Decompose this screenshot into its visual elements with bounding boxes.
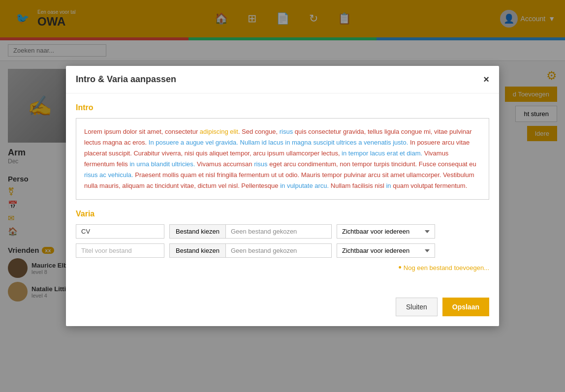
add-file-link[interactable]: • Nog een bestand toevoegen... bbox=[76, 263, 489, 273]
file-picker-2: Bestand kiezen Geen bestand gekozen bbox=[169, 243, 332, 258]
visibility-select-2[interactable]: Zichtbaar voor iedereen bbox=[337, 243, 435, 258]
varia-title-input-2[interactable] bbox=[76, 243, 164, 258]
varia-section: Varia Bestand kiezen Geen bestand gekoze… bbox=[76, 210, 489, 273]
varia-form-row-1: Bestand kiezen Geen bestand gekozen Zich… bbox=[76, 224, 489, 239]
varia-title-input-1[interactable] bbox=[76, 224, 164, 239]
file-choose-button-1[interactable]: Bestand kiezen bbox=[170, 225, 226, 238]
file-name-display-1: Geen bestand gekozen bbox=[226, 225, 331, 238]
close-modal-button[interactable]: Sluiten bbox=[396, 298, 438, 316]
add-file-bullet-icon: • bbox=[398, 263, 401, 273]
file-picker-1: Bestand kiezen Geen bestand gekozen bbox=[169, 224, 332, 239]
modal-dialog: Intro & Varia aanpassen × Intro Lorem ip… bbox=[66, 66, 499, 327]
varia-section-title: Varia bbox=[76, 210, 489, 218]
visibility-select-1[interactable]: Zichtbaar voor iedereen bbox=[337, 224, 435, 239]
save-modal-button[interactable]: Opslaan bbox=[442, 298, 489, 316]
file-name-display-2: Geen bestand gekozen bbox=[226, 244, 331, 257]
modal-overlay: Intro & Varia aanpassen × Intro Lorem ip… bbox=[0, 0, 565, 392]
modal-title: Intro & Varia aanpassen bbox=[76, 74, 176, 85]
modal-body: Intro Lorem ipsum dolor sit amet, consec… bbox=[66, 93, 499, 293]
file-choose-button-2[interactable]: Bestand kiezen bbox=[170, 244, 226, 257]
varia-form-row-2: Bestand kiezen Geen bestand gekozen Zich… bbox=[76, 243, 489, 258]
intro-text-box: Lorem ipsum dolor sit amet, consectetur … bbox=[76, 118, 489, 200]
modal-close-button[interactable]: × bbox=[483, 74, 489, 85]
intro-section-title: Intro bbox=[76, 103, 489, 112]
modal-footer: Sluiten Opslaan bbox=[66, 293, 499, 326]
modal-header: Intro & Varia aanpassen × bbox=[66, 66, 499, 93]
